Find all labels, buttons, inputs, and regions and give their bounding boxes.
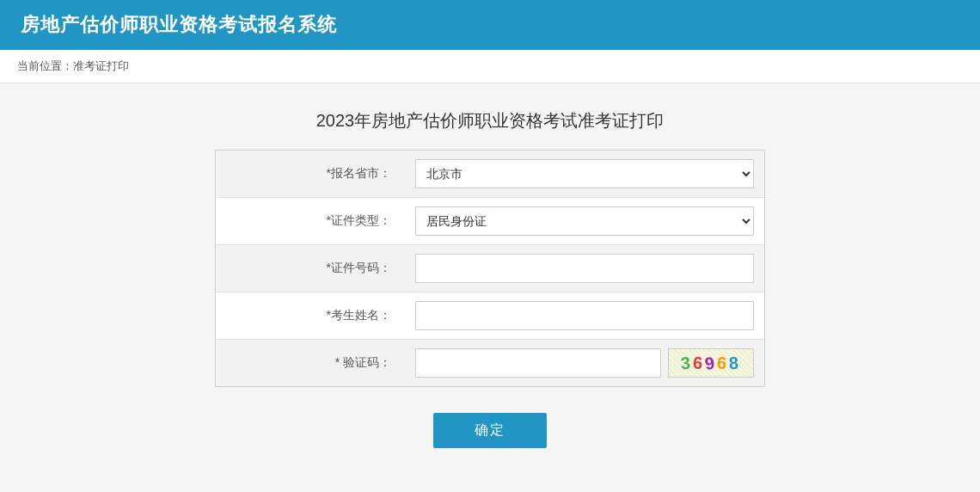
breadcrumb: 当前位置：准考证打印	[0, 50, 980, 83]
page-title: 2023年房地产估价师职业资格考试准考证打印	[17, 109, 963, 132]
id-type-select[interactable]: 居民身份证 护照 港澳居民往来内地通行证	[415, 206, 754, 236]
app-header: 房地产估价师职业资格考试报名系统	[0, 0, 980, 50]
captcha-wrapper: 36968	[415, 348, 754, 378]
main-content: 2023年房地产估价师职业资格考试准考证打印 *报名省市： 北京市 上海市 广东…	[0, 83, 980, 483]
id-type-row: *证件类型： 居民身份证 护照 港澳居民往来内地通行证	[216, 198, 764, 245]
province-label: *报名省市：	[216, 154, 405, 194]
province-select[interactable]: 北京市 上海市 广东省 江苏省	[415, 159, 754, 188]
province-row: *报名省市： 北京市 上海市 广东省 江苏省	[216, 151, 764, 198]
form-container: *报名省市： 北京市 上海市 广东省 江苏省 *证件类型： 居民身份证 护照	[215, 150, 765, 387]
id-number-field	[405, 245, 764, 292]
id-type-label: *证件类型：	[216, 201, 405, 241]
breadcrumb-prefix: 当前位置：	[17, 59, 73, 72]
name-row: *考生姓名：	[216, 292, 764, 340]
captcha-row: * 验证码： 36968	[216, 340, 764, 386]
id-number-row: *证件号码：	[216, 245, 764, 292]
captcha-field: 36968	[405, 340, 764, 386]
id-number-input[interactable]	[415, 254, 754, 283]
name-label: *考生姓名：	[216, 296, 405, 335]
captcha-image[interactable]: 36968	[668, 348, 754, 378]
name-input[interactable]	[415, 301, 754, 330]
province-field: 北京市 上海市 广东省 江苏省	[405, 151, 764, 197]
id-type-field: 居民身份证 护照 港澳居民往来内地通行证	[405, 198, 764, 244]
breadcrumb-current: 准考证打印	[73, 59, 129, 72]
captcha-input[interactable]	[415, 348, 661, 378]
id-number-label: *证件号码：	[216, 249, 405, 288]
submit-button[interactable]: 确定	[433, 413, 547, 448]
captcha-char-1: 3	[680, 353, 694, 373]
captcha-label: * 验证码：	[216, 343, 405, 383]
captcha-text: 36968	[681, 354, 742, 373]
app-title: 房地产估价师职业资格考试报名系统	[21, 12, 337, 38]
submit-area: 确定	[17, 413, 963, 465]
name-field	[405, 292, 764, 339]
captcha-char-5: 8	[729, 353, 742, 373]
